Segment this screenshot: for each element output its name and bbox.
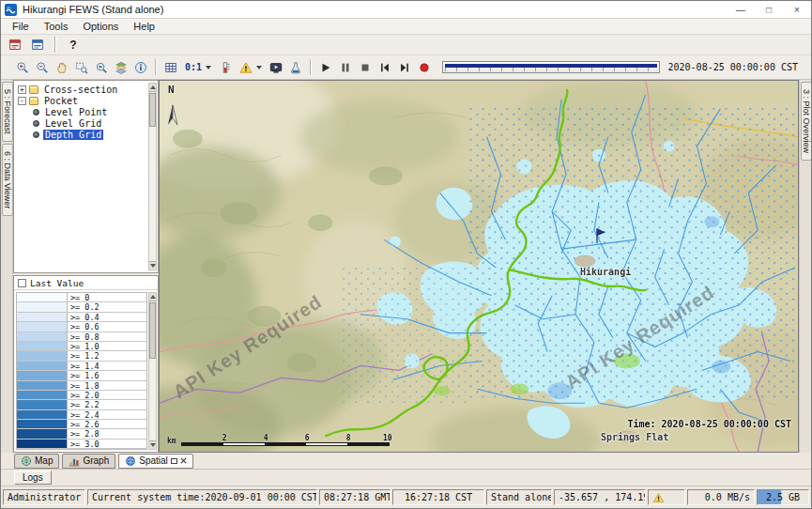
scale-ticks: 246810 bbox=[181, 434, 390, 442]
map-view[interactable]: N API Key Required API Key Required Hiku… bbox=[159, 80, 799, 453]
step-forward-button[interactable] bbox=[395, 58, 414, 77]
tree-item[interactable]: Level Point bbox=[16, 106, 147, 117]
tree-expander-icon[interactable]: - bbox=[18, 97, 26, 105]
scroll-down-icon[interactable] bbox=[149, 261, 156, 270]
scroll-up-icon[interactable] bbox=[149, 293, 156, 301]
stop-button[interactable] bbox=[356, 58, 375, 77]
layers-button[interactable] bbox=[112, 58, 130, 77]
legend-color-swatch bbox=[17, 332, 68, 341]
legend-header: Last Value bbox=[14, 276, 158, 290]
legend-row[interactable]: >= 1.8 bbox=[17, 381, 146, 391]
legend-row-label: >= 3.0 bbox=[68, 440, 146, 448]
legend-row[interactable]: >= 0.4 bbox=[17, 313, 146, 322]
map-canvas[interactable] bbox=[160, 81, 798, 452]
zoom-out-button[interactable] bbox=[33, 58, 52, 77]
tree-item[interactable]: - Pocket bbox=[16, 95, 147, 106]
table-grid-button[interactable] bbox=[161, 58, 180, 77]
dock-tab-data-viewer[interactable]: 6 : Data Viewer bbox=[2, 144, 13, 216]
dock-tab-plot-overview[interactable]: 3 : Plot Overview bbox=[801, 82, 812, 161]
float-panel-icon[interactable] bbox=[171, 458, 177, 464]
scroll-down-icon[interactable] bbox=[149, 440, 156, 449]
place-label-springs-flat: Springs Flat bbox=[601, 432, 668, 442]
tab-map[interactable]: Map bbox=[14, 454, 59, 469]
step-back-button[interactable] bbox=[375, 58, 394, 77]
legend-table: >= 0 >= 0.2 >= 0.4 bbox=[16, 292, 147, 450]
legend-row[interactable]: >= 2.2 bbox=[17, 400, 146, 409]
timeline-slider[interactable] bbox=[442, 61, 659, 73]
legend-row[interactable]: >= 2.0 bbox=[17, 391, 146, 400]
main-toolbar: ? bbox=[1, 35, 811, 55]
last-value-checkbox[interactable] bbox=[18, 279, 26, 287]
menu-item[interactable]: File bbox=[5, 20, 37, 33]
menu-item[interactable]: Tools bbox=[37, 20, 76, 33]
status-memory: 2.5 GB bbox=[757, 489, 809, 505]
status-system-time: Current system time:2020-09-01 00:00 CST bbox=[87, 489, 317, 505]
menu-item[interactable]: Options bbox=[75, 20, 126, 33]
tree-item[interactable]: Level Grid bbox=[16, 117, 147, 129]
scroll-thumb[interactable] bbox=[149, 302, 156, 359]
legend-row[interactable]: >= 1.6 bbox=[17, 371, 146, 380]
legend-row[interactable]: >= 1.0 bbox=[17, 342, 146, 351]
legend-row-label: >= 2.2 bbox=[68, 400, 146, 409]
info-button[interactable] bbox=[131, 58, 150, 77]
left-panel: + Cross-section - Pocket bbox=[13, 80, 159, 453]
toolbar-time-label: 2020-08-25 00:00:00 CST bbox=[668, 62, 798, 72]
tree-item-icon bbox=[33, 109, 39, 116]
map-scale-bar: km 246810 bbox=[167, 434, 390, 446]
legend-row[interactable]: >= 2.4 bbox=[17, 410, 146, 420]
sampler-flask-button[interactable] bbox=[286, 58, 305, 77]
legend-row-label: >= 1.0 bbox=[68, 342, 146, 350]
maximize-icon[interactable]: □ bbox=[755, 1, 783, 18]
legend-color-swatch bbox=[17, 381, 68, 390]
timeline-ticks bbox=[445, 68, 656, 71]
close-icon[interactable]: × bbox=[783, 1, 811, 18]
legend-row[interactable]: >= 3.0 bbox=[17, 440, 146, 449]
pan-hand-button[interactable] bbox=[53, 58, 71, 77]
tree-item[interactable]: + Cross-section bbox=[16, 84, 147, 95]
map-display-icon[interactable] bbox=[28, 36, 47, 54]
legend-row[interactable]: >= 0.8 bbox=[17, 332, 146, 342]
legend-row[interactable]: >= 0 bbox=[17, 293, 146, 302]
logs-button[interactable]: Logs bbox=[14, 470, 52, 485]
title-bar: Hikurangi FEWS (Stand alone) — □ × bbox=[1, 1, 811, 19]
legend-color-swatch bbox=[17, 371, 68, 379]
tree-item[interactable]: Depth Grid bbox=[16, 129, 147, 140]
scroll-up-icon[interactable] bbox=[149, 84, 156, 92]
minimize-icon[interactable]: — bbox=[727, 1, 755, 18]
database-icon[interactable] bbox=[6, 36, 24, 54]
legend-row-label: >= 1.6 bbox=[68, 371, 146, 379]
legend-scrollbar[interactable] bbox=[148, 292, 157, 450]
record-button[interactable] bbox=[415, 58, 434, 77]
zoom-previous-button[interactable] bbox=[92, 58, 111, 77]
menu-item[interactable]: Help bbox=[126, 20, 162, 33]
scale-tick-label: 6 bbox=[268, 434, 310, 442]
timestep-dropdown[interactable]: 0:1 bbox=[181, 58, 215, 77]
animation-display-button[interactable] bbox=[267, 58, 285, 77]
dock-tab-forecast[interactable]: 5 : Forecast bbox=[2, 82, 13, 142]
timestep-value: 0:1 bbox=[185, 62, 202, 72]
help-button[interactable]: ? bbox=[64, 37, 83, 54]
close-tab-icon[interactable] bbox=[180, 455, 187, 466]
legend-color-swatch bbox=[17, 440, 68, 448]
toolbar-separator bbox=[155, 59, 157, 75]
warning-dropdown[interactable] bbox=[236, 58, 266, 77]
tree-scrollbar[interactable] bbox=[148, 83, 157, 270]
legend-row[interactable]: >= 0.6 bbox=[17, 322, 146, 332]
gauge-button[interactable] bbox=[216, 58, 235, 77]
pause-button[interactable] bbox=[336, 58, 355, 77]
legend-row[interactable]: >= 0.2 bbox=[17, 302, 146, 312]
status-warning[interactable] bbox=[648, 489, 685, 505]
legend-row-label: >= 1.4 bbox=[68, 362, 146, 370]
legend-row[interactable]: >= 1.2 bbox=[17, 351, 146, 361]
tab-spatial[interactable]: Spatial bbox=[118, 454, 193, 469]
legend-row[interactable]: >= 1.4 bbox=[17, 362, 146, 371]
legend-row[interactable]: >= 2.6 bbox=[17, 420, 146, 429]
legend-row-label: >= 0.6 bbox=[68, 322, 146, 331]
scroll-thumb[interactable] bbox=[149, 93, 156, 127]
zoom-rectangle-button[interactable] bbox=[72, 58, 91, 77]
tree-expander-icon[interactable]: + bbox=[18, 85, 26, 94]
play-button[interactable] bbox=[316, 58, 335, 77]
tab-graph[interactable]: Graph bbox=[62, 454, 115, 469]
legend-row[interactable]: >= 2.8 bbox=[17, 429, 146, 439]
zoom-in-button[interactable] bbox=[13, 58, 32, 77]
